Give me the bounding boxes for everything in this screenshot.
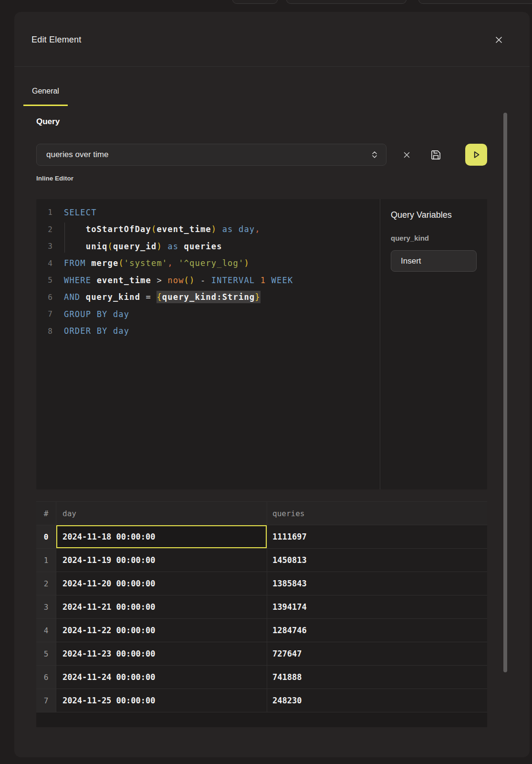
code-line[interactable]: 5WHERE event_time > now() - INTERVAL 1 W… [36,272,380,289]
cell-queries[interactable]: 741888 [267,666,487,689]
code-lines[interactable]: 1SELECT2 toStartOfDay(event_time) as day… [36,199,380,489]
table-row[interactable]: 32024-11-21 00:00:001394174 [36,595,487,619]
table-row[interactable]: 52024-11-23 00:00:00727647 [36,642,487,666]
table-row[interactable]: 22024-11-20 00:00:001385843 [36,572,487,595]
inline-editor-label: Inline Editor [36,175,73,182]
header-queries: queries [267,502,487,525]
code-line[interactable]: 3 uniq(query_id) as queries [36,238,380,255]
line-number: 2 [36,225,52,234]
code-line[interactable]: 6AND query_kind = {query_kind:String} [36,289,380,306]
code-text: AND query_kind = {query_kind:String} [52,292,261,302]
tab-general[interactable]: General [23,87,68,106]
query-section-heading: Query [36,117,60,127]
selected-cell-day[interactable]: 2024-11-18 00:00:00 [56,525,267,548]
edit-element-dialog: Edit Element General Query queries over … [14,12,530,757]
row-index[interactable]: 5 [36,642,56,665]
table-row[interactable]: 72024-11-25 00:00:00248230 [36,689,487,712]
table-row[interactable]: 02024-11-18 00:00:001111697 [36,525,487,549]
cell-day[interactable]: 2024-11-23 00:00:00 [56,642,267,665]
clear-x-icon[interactable] [398,144,415,166]
code-text: FROM merge('system', '^query_log') [52,258,250,268]
cell-queries[interactable]: 1394174 [267,595,487,618]
query-variables-heading: Query Variables [391,210,477,220]
code-text: toStartOfDay(event_time) as day, [52,224,261,234]
save-floppy-icon[interactable] [428,144,444,166]
saved-query-select-value: queries over time [46,150,371,159]
line-number: 7 [36,309,52,318]
results-table-header: # day queries [36,502,487,525]
dialog-scrollbar[interactable] [503,113,507,672]
row-index[interactable]: 6 [36,666,56,689]
row-index[interactable]: 0 [36,525,56,548]
cell-day[interactable]: 2024-11-19 00:00:00 [56,549,267,572]
code-text: uniq(query_id) as queries [52,242,222,251]
cell-queries[interactable]: 1111697 [267,525,487,548]
cell-queries[interactable]: 1385843 [267,572,487,595]
cell-day[interactable]: 2024-11-24 00:00:00 [56,666,267,689]
code-line[interactable]: 4FROM merge('system', '^query_log') [36,255,380,272]
row-index[interactable]: 3 [36,595,56,618]
row-index[interactable]: 7 [36,689,56,712]
dialog-header: Edit Element [14,12,530,67]
line-number: 4 [36,259,52,268]
results-table: # day queries 02024-11-18 00:00:00111169… [36,501,487,727]
line-number: 1 [36,208,52,217]
line-number: 6 [36,293,52,302]
code-line[interactable]: 1SELECT [36,204,380,221]
line-number: 3 [36,242,52,251]
cell-queries[interactable]: 248230 [267,689,487,712]
chevron-up-down-icon [371,150,378,159]
header-index: # [36,502,56,525]
sql-editor: 1SELECT2 toStartOfDay(event_time) as day… [36,199,487,489]
background-control-ghost [232,0,278,4]
row-index[interactable]: 4 [36,619,56,642]
background-control-ghost [286,0,407,4]
screen: Edit Element General Query queries over … [0,0,532,764]
saved-query-select[interactable]: queries over time [36,144,386,166]
line-number: 5 [36,276,52,285]
dialog-title: Edit Element [31,35,81,45]
insert-variable-button[interactable]: Insert [391,250,477,272]
row-index[interactable]: 1 [36,549,56,572]
cell-day[interactable]: 2024-11-20 00:00:00 [56,572,267,595]
table-row[interactable]: 62024-11-24 00:00:00741888 [36,666,487,689]
table-row[interactable]: 42024-11-22 00:00:001284746 [36,619,487,642]
tab-bar: General [23,87,68,106]
run-query-button[interactable] [465,144,487,166]
cell-day[interactable]: 2024-11-25 00:00:00 [56,689,267,712]
indent-guide [64,223,65,253]
table-footer-filler [36,712,487,727]
cell-day[interactable]: 2024-11-21 00:00:00 [56,595,267,618]
query-toolbar: queries over time [36,144,487,166]
code-line[interactable]: 2 toStartOfDay(event_time) as day, [36,221,380,238]
code-line[interactable]: 8ORDER BY day [36,323,380,340]
code-text: GROUP BY day [52,309,129,319]
variable-name-label: query_kind [391,234,477,242]
header-day: day [56,502,267,525]
code-text: SELECT [52,208,97,217]
line-number: 8 [36,327,52,336]
play-icon [471,149,481,160]
table-row[interactable]: 12024-11-19 00:00:001450813 [36,549,487,572]
code-text: WHERE event_time > now() - INTERVAL 1 WE… [52,276,293,285]
close-icon[interactable] [491,32,506,47]
cell-queries[interactable]: 727647 [267,642,487,665]
row-index[interactable]: 2 [36,572,56,595]
query-variables-panel: Query Variables query_kind Insert [380,199,487,489]
cell-day[interactable]: 2024-11-22 00:00:00 [56,619,267,642]
cell-queries[interactable]: 1450813 [267,549,487,572]
background-control-ghost [418,0,532,4]
cell-queries[interactable]: 1284746 [267,619,487,642]
code-text: ORDER BY day [52,326,129,336]
code-line[interactable]: 7GROUP BY day [36,306,380,323]
